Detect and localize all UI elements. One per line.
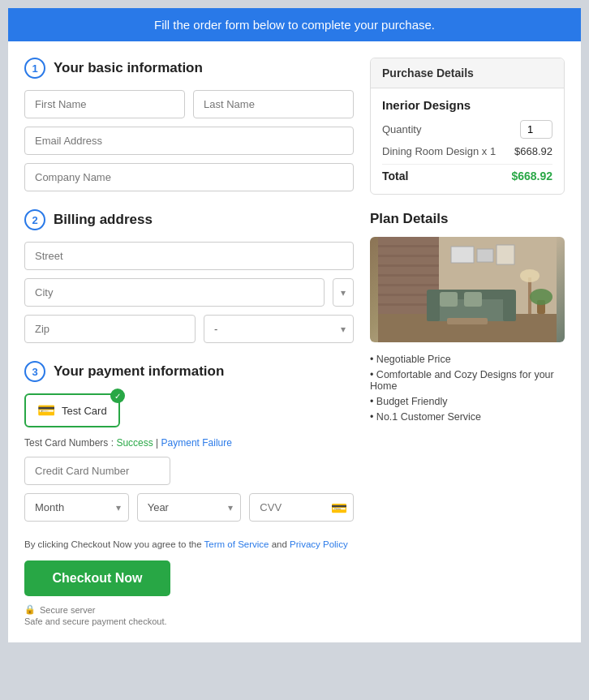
quantity-input[interactable]: [520, 120, 552, 139]
test-card-hint: Test Card Numbers : Success | Payment Fa…: [24, 437, 354, 449]
svg-rect-3: [378, 255, 439, 257]
country-wrapper: Country: [333, 278, 354, 307]
terms-link[interactable]: Term of Service: [204, 539, 269, 549]
zip-input[interactable]: [24, 315, 196, 343]
month-select[interactable]: Month 01020304 05060708 09101112: [24, 493, 129, 522]
svg-point-23: [530, 289, 552, 305]
company-name: Inerior Designs: [382, 98, 552, 112]
street-row: [24, 242, 354, 270]
svg-rect-17: [451, 247, 474, 263]
banner-text: Fill the order form below to complete yo…: [154, 18, 435, 32]
total-label: Total: [382, 170, 408, 183]
plan-features: Negotiable PriceComfortable and Cozy Des…: [370, 354, 565, 423]
svg-point-21: [520, 269, 540, 282]
svg-rect-2: [378, 245, 439, 247]
plan-feature-item: No.1 Customer Service: [370, 411, 565, 423]
card-option[interactable]: 💳 Test Card ✓: [24, 393, 120, 427]
last-name-input[interactable]: [193, 90, 354, 118]
page-wrapper: Fill the order form below to complete yo…: [8, 8, 581, 642]
plan-feature-item: Comfortable and Cozy Designs for your Ho…: [370, 369, 565, 392]
separator: |: [156, 437, 158, 449]
svg-rect-15: [464, 292, 482, 307]
country-select[interactable]: Country: [333, 278, 354, 307]
left-panel: 1 Your basic information: [24, 58, 370, 626]
plan-feature-item: Budget Friendly: [370, 396, 565, 407]
top-banner: Fill the order form below to complete yo…: [8, 8, 581, 41]
card-label: Test Card: [62, 405, 107, 417]
quantity-label: Quantity: [382, 123, 421, 135]
secure-server-row: 🔒 Secure server: [24, 604, 354, 615]
company-input[interactable]: [24, 163, 354, 191]
credit-card-icon: 💳: [37, 402, 55, 419]
section-payment: 3 Your payment information 💳 Test Card ✓…: [24, 361, 354, 522]
cvv-wrapper: 💳: [249, 493, 354, 522]
company-row: [24, 163, 354, 191]
right-panel: Purchase Details Inerior Designs Quantit…: [370, 58, 565, 626]
svg-rect-12: [427, 295, 440, 321]
plan-details: Plan Details: [370, 211, 565, 423]
year-select[interactable]: Year 20242025202620272028: [137, 493, 242, 522]
first-name-input[interactable]: [24, 90, 185, 118]
quantity-row: Quantity: [382, 120, 552, 139]
step2-circle: 2: [24, 209, 45, 230]
purchase-details-box: Purchase Details Inerior Designs Quantit…: [370, 58, 565, 195]
svg-rect-14: [440, 292, 458, 307]
item-price: $668.92: [514, 145, 552, 157]
lock-icon: 🔒: [24, 604, 36, 615]
plan-feature-item: Negotiable Price: [370, 354, 565, 365]
section-basic-info: 1 Your basic information: [24, 58, 354, 191]
svg-rect-4: [378, 264, 439, 267]
secure-info: 🔒 Secure server Safe and secure payment …: [24, 604, 354, 626]
svg-rect-19: [497, 245, 514, 264]
state-select[interactable]: -: [204, 315, 354, 343]
email-row: [24, 127, 354, 155]
section1-title: 1 Your basic information: [24, 58, 354, 79]
purchase-details-title: Purchase Details: [371, 58, 564, 88]
item-label: Dining Room Design x 1: [382, 145, 496, 157]
check-badge: ✓: [110, 389, 125, 403]
failure-link[interactable]: Payment Failure: [161, 437, 232, 449]
credit-card-input[interactable]: [24, 457, 170, 485]
plan-details-title: Plan Details: [370, 211, 565, 227]
plan-image: [370, 237, 565, 342]
step1-circle: 1: [24, 58, 45, 79]
email-input[interactable]: [24, 127, 354, 155]
item-row: Dining Room Design x 1 $668.92: [382, 145, 552, 157]
section2-title: 2 Billing address: [24, 209, 354, 230]
month-wrapper: Month 01020304 05060708 09101112: [24, 493, 129, 522]
card-back-icon: 💳: [331, 500, 347, 515]
street-input[interactable]: [24, 242, 354, 270]
svg-rect-18: [477, 249, 493, 262]
room-image-svg: [370, 237, 565, 342]
svg-rect-13: [503, 295, 516, 321]
cc-number-row: [24, 457, 354, 485]
svg-rect-6: [378, 284, 439, 286]
privacy-link[interactable]: Privacy Policy: [290, 539, 348, 549]
name-row: [24, 90, 354, 118]
svg-rect-5: [378, 274, 439, 277]
total-row: Total $668.92: [382, 164, 552, 183]
city-country-row: Country: [24, 278, 354, 307]
checkout-button[interactable]: Checkout Now: [24, 560, 170, 596]
success-link[interactable]: Success: [116, 437, 153, 449]
state-wrapper: -: [204, 315, 354, 343]
section-billing: 2 Billing address Country: [24, 209, 354, 343]
expiry-cvv-row: Month 01020304 05060708 09101112 Year 20…: [24, 493, 354, 522]
zip-state-row: -: [24, 315, 354, 343]
main-content: 1 Your basic information: [8, 41, 581, 642]
svg-rect-16: [447, 318, 488, 324]
secure-payment-text: Safe and secure payment checkout.: [24, 616, 354, 626]
year-wrapper: Year 20242025202620272028: [137, 493, 242, 522]
total-price: $668.92: [511, 170, 552, 183]
terms-text: By clicking Checkout Now you agree to th…: [24, 539, 354, 549]
secure-server-text: Secure server: [40, 605, 95, 615]
section3-title: 3 Your payment information: [24, 361, 354, 382]
city-input[interactable]: [24, 278, 325, 307]
step3-circle: 3: [24, 361, 45, 382]
